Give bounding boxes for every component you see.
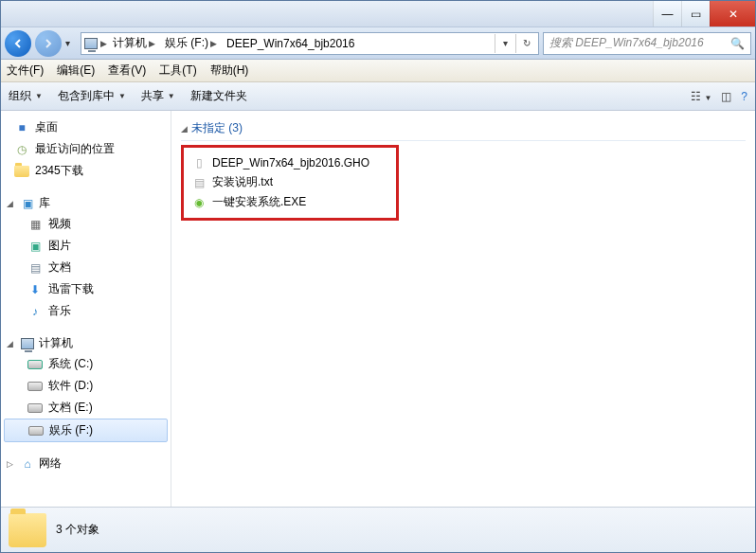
download-icon: ⬇ bbox=[27, 282, 43, 297]
video-icon: ▦ bbox=[27, 217, 43, 232]
picture-icon: ▣ bbox=[27, 239, 43, 254]
network-header[interactable]: ▷⌂网络 bbox=[1, 454, 171, 473]
library-icon: ▣ bbox=[20, 196, 35, 211]
explorer-window: — ▭ ✕ ▾ ▶ 计算机▶ 娱乐 (F:)▶ DEEP_Win7x64_bjb… bbox=[0, 0, 756, 553]
file-item[interactable]: ▯DEEP_Win7x64_bjb2016.GHO bbox=[191, 153, 388, 172]
status-bar: 3 个对象 bbox=[1, 507, 755, 552]
sidebar-item-music[interactable]: ♪音乐 bbox=[1, 300, 171, 322]
breadcrumb-item[interactable]: DEEP_Win7x64_bjb2016 bbox=[223, 33, 358, 54]
maximize-button[interactable]: ▭ bbox=[681, 1, 710, 27]
computer-header[interactable]: ◢计算机 bbox=[1, 333, 171, 353]
drive-icon bbox=[27, 379, 43, 394]
help-button[interactable]: ? bbox=[741, 90, 747, 103]
sidebar-item-xunlei[interactable]: ⬇迅雷下载 bbox=[1, 278, 171, 300]
toolbar: 组织 ▼ 包含到库中 ▼ 共享 ▼ 新建文件夹 ☷ ▼ ◫ ? bbox=[1, 82, 755, 111]
arrow-left-icon bbox=[12, 38, 24, 49]
forward-button[interactable] bbox=[35, 30, 62, 57]
chevron-down-icon: ▼ bbox=[118, 92, 126, 100]
address-dropdown[interactable]: ▾ bbox=[495, 34, 515, 53]
chevron-right-icon[interactable]: ▶ bbox=[100, 39, 107, 48]
menu-bar: 文件(F) 编辑(E) 查看(V) 工具(T) 帮助(H) bbox=[1, 60, 755, 82]
menu-view[interactable]: 查看(V) bbox=[108, 62, 146, 79]
collapse-icon: ◢ bbox=[7, 199, 16, 208]
music-icon: ♪ bbox=[27, 304, 43, 319]
search-input[interactable]: 搜索 DEEP_Win7x64_bjb2016 🔍 bbox=[543, 32, 751, 55]
sidebar-item-2345[interactable]: 2345下载 bbox=[1, 160, 171, 182]
folder-icon bbox=[14, 164, 29, 179]
file-item[interactable]: ◉一键安装系统.EXE bbox=[191, 192, 388, 212]
history-dropdown[interactable]: ▾ bbox=[65, 38, 77, 48]
sidebar-item-drive-e[interactable]: 文档 (E:) bbox=[1, 397, 171, 419]
sidebar-item-desktop[interactable]: ■桌面 bbox=[1, 116, 171, 138]
chevron-right-icon: ▶ bbox=[210, 39, 217, 48]
minimize-button[interactable]: — bbox=[653, 1, 681, 27]
desktop-icon: ■ bbox=[14, 120, 29, 135]
address-bar[interactable]: ▶ 计算机▶ 娱乐 (F:)▶ DEEP_Win7x64_bjb2016 ▾ ↻ bbox=[81, 32, 539, 55]
search-icon: 🔍 bbox=[730, 37, 745, 50]
chevron-down-icon: ▼ bbox=[35, 92, 43, 100]
navigation-pane[interactable]: ■桌面 ◷最近访问的位置 2345下载 ◢▣库 ▦视频 ▣图片 ▤文档 ⬇迅雷下… bbox=[1, 111, 171, 507]
menu-edit[interactable]: 编辑(E) bbox=[57, 62, 95, 79]
file-icon: ▯ bbox=[191, 155, 207, 170]
include-library-button[interactable]: 包含到库中 ▼ bbox=[58, 88, 126, 104]
arrow-right-icon bbox=[43, 38, 54, 49]
folder-icon bbox=[9, 513, 46, 547]
file-list-pane[interactable]: ◢ 未指定 (3) ▯DEEP_Win7x64_bjb2016.GHO ▤安装说… bbox=[171, 111, 755, 507]
drive-icon bbox=[27, 401, 43, 416]
doc-icon: ▤ bbox=[27, 260, 43, 276]
sidebar-item-drive-d[interactable]: 软件 (D:) bbox=[1, 375, 171, 397]
sidebar-item-videos[interactable]: ▦视频 bbox=[1, 213, 171, 235]
sidebar-item-documents[interactable]: ▤文档 bbox=[1, 257, 171, 278]
sidebar-item-drive-f[interactable]: 娱乐 (F:) bbox=[4, 419, 168, 442]
chevron-down-icon: ▼ bbox=[168, 92, 175, 100]
collapse-icon: ◢ bbox=[181, 124, 188, 134]
exe-icon: ◉ bbox=[191, 195, 207, 210]
highlighted-file-group: ▯DEEP_Win7x64_bjb2016.GHO ▤安装说明.txt ◉一键安… bbox=[181, 145, 399, 221]
group-header[interactable]: ◢ 未指定 (3) bbox=[181, 116, 746, 141]
menu-file[interactable]: 文件(F) bbox=[7, 62, 44, 79]
menu-tools[interactable]: 工具(T) bbox=[159, 62, 196, 79]
search-placeholder: 搜索 DEEP_Win7x64_bjb2016 bbox=[549, 35, 704, 51]
back-button[interactable] bbox=[5, 30, 31, 57]
preview-pane-button[interactable]: ◫ bbox=[721, 90, 731, 103]
computer-icon bbox=[83, 36, 99, 51]
libraries-header[interactable]: ◢▣库 bbox=[1, 193, 171, 213]
refresh-button[interactable]: ↻ bbox=[515, 34, 536, 53]
organize-button[interactable]: 组织 ▼ bbox=[9, 88, 43, 104]
file-item[interactable]: ▤安装说明.txt bbox=[191, 172, 388, 192]
share-button[interactable]: 共享 ▼ bbox=[141, 88, 175, 104]
close-button[interactable]: ✕ bbox=[710, 1, 755, 27]
recent-icon: ◷ bbox=[14, 142, 29, 157]
sidebar-item-recent[interactable]: ◷最近访问的位置 bbox=[1, 138, 171, 160]
breadcrumb-item[interactable]: 计算机▶ bbox=[109, 33, 159, 54]
computer-icon bbox=[20, 336, 35, 351]
network-icon: ⌂ bbox=[20, 456, 35, 472]
sidebar-item-pictures[interactable]: ▣图片 bbox=[1, 235, 171, 257]
status-text: 3 个对象 bbox=[56, 522, 99, 538]
view-options-button[interactable]: ☷ ▼ bbox=[691, 90, 711, 103]
menu-help[interactable]: 帮助(H) bbox=[210, 62, 249, 79]
chevron-right-icon: ▶ bbox=[149, 39, 155, 48]
collapse-icon: ◢ bbox=[7, 339, 16, 348]
new-folder-button[interactable]: 新建文件夹 bbox=[190, 88, 247, 104]
sidebar-item-drive-c[interactable]: 系统 (C:) bbox=[1, 353, 171, 375]
drive-icon bbox=[28, 423, 44, 438]
txt-icon: ▤ bbox=[191, 175, 207, 190]
nav-bar: ▾ ▶ 计算机▶ 娱乐 (F:)▶ DEEP_Win7x64_bjb2016 ▾… bbox=[1, 27, 755, 60]
content-area: ■桌面 ◷最近访问的位置 2345下载 ◢▣库 ▦视频 ▣图片 ▤文档 ⬇迅雷下… bbox=[1, 111, 755, 507]
breadcrumb-item[interactable]: 娱乐 (F:)▶ bbox=[161, 33, 221, 54]
expand-icon: ▷ bbox=[7, 459, 16, 469]
sysdrive-icon bbox=[27, 357, 43, 372]
titlebar: — ▭ ✕ bbox=[1, 1, 755, 27]
